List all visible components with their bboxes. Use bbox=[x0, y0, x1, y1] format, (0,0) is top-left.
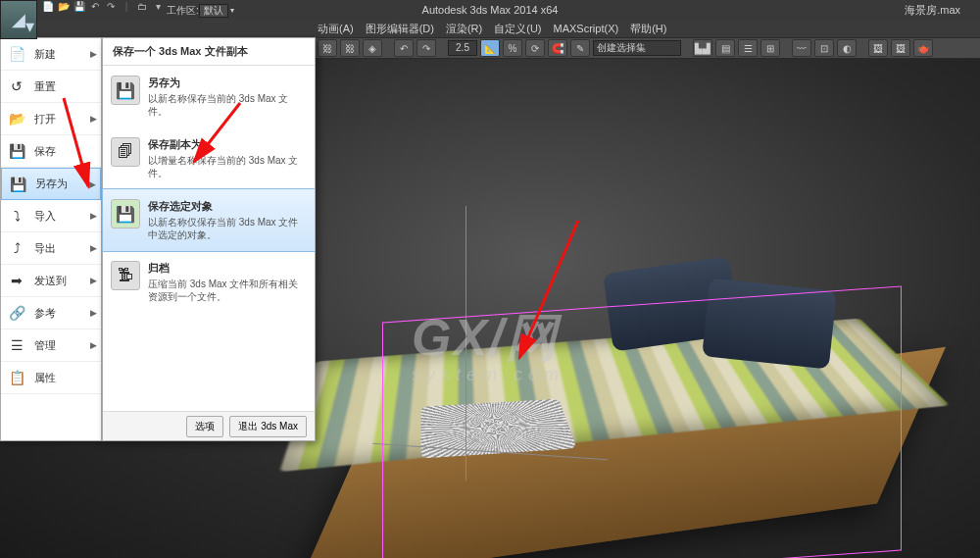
chevron-right-icon: ▶ bbox=[89, 179, 96, 189]
chevron-right-icon: ▶ bbox=[90, 114, 97, 124]
align-icon[interactable]: ▤ bbox=[715, 39, 735, 57]
save-as-icon: 💾 bbox=[111, 76, 140, 105]
qat-undo-icon[interactable]: ↶ bbox=[88, 0, 102, 14]
menu-item-label: 打开 bbox=[34, 112, 56, 127]
submenu-footer: 选项 退出 3ds Max bbox=[103, 411, 315, 440]
export-icon: ⤴ bbox=[7, 238, 26, 258]
submenu-save-selected[interactable]: 💾 保存选定对象 以新名称仅保存当前 3ds Max 文件中选定的对象。 bbox=[103, 189, 315, 251]
menu-item-label: 管理 bbox=[34, 338, 56, 353]
submenu-save-as[interactable]: 💾 另存为 以新名称保存当前的 3ds Max 文件。 bbox=[103, 66, 315, 127]
options-button[interactable]: 选项 bbox=[186, 416, 223, 437]
menu-save-as[interactable]: 💾另存为▶ bbox=[1, 168, 101, 200]
qat-new-icon[interactable]: 📄 bbox=[41, 0, 55, 14]
watermark: GX/网 system.com bbox=[412, 304, 564, 385]
percent-snap-icon[interactable]: % bbox=[503, 39, 522, 57]
menu-item-label: 重置 bbox=[34, 79, 56, 94]
properties-icon: 📋 bbox=[7, 368, 26, 387]
manage-icon: ☰ bbox=[7, 335, 26, 355]
submenu-item-desc: 以新名称仅保存当前 3ds Max 文件中选定的对象。 bbox=[148, 216, 307, 241]
chevron-right-icon: ▶ bbox=[90, 49, 97, 59]
app-logo-icon: ◢ bbox=[12, 9, 25, 30]
chevron-down-icon: ▾ bbox=[25, 16, 34, 37]
save-as-submenu: 保存一个 3ds Max 文件副本 💾 另存为 以新名称保存当前的 3ds Ma… bbox=[102, 37, 316, 441]
menu-send-to[interactable]: ➡发送到▶ bbox=[1, 265, 101, 297]
schematic-view-icon[interactable]: ⊡ bbox=[814, 39, 834, 57]
qat-project-icon[interactable]: 🗀 bbox=[135, 0, 149, 14]
mirror-icon[interactable]: ▙▟ bbox=[693, 39, 712, 57]
submenu-item-title: 保存选定对象 bbox=[148, 199, 307, 214]
submenu-item-title: 另存为 bbox=[148, 76, 307, 90]
angle-snap-icon[interactable]: 📐 bbox=[480, 39, 500, 57]
submenu-item-title: 保存副本为 bbox=[148, 137, 307, 152]
material-editor-icon[interactable]: ◐ bbox=[837, 39, 857, 57]
application-menu: 📄新建▶ ↺重置 📂打开▶ 💾保存 💾另存为▶ ⤵导入▶ ⤴导出▶ ➡发送到▶ … bbox=[0, 37, 102, 441]
menu-open[interactable]: 📂打开▶ bbox=[1, 103, 101, 135]
archive-icon: 🗜 bbox=[111, 261, 140, 290]
qat-redo-icon[interactable]: ↷ bbox=[104, 0, 118, 14]
chevron-right-icon: ▶ bbox=[90, 308, 97, 318]
workspace-selector[interactable]: 工作区: 默认 ▾ bbox=[167, 1, 234, 21]
menu-import[interactable]: ⤵导入▶ bbox=[1, 200, 101, 232]
open-folder-icon: 📂 bbox=[7, 109, 26, 128]
menu-item-label: 新建 bbox=[34, 47, 56, 62]
menu-item-label: 保存 bbox=[34, 144, 56, 159]
new-file-icon: 📄 bbox=[7, 44, 26, 64]
document-name: 海景房.max bbox=[905, 0, 960, 20]
rendered-frame-icon[interactable]: 🖼 bbox=[891, 39, 910, 57]
references-icon: 🔗 bbox=[7, 303, 26, 323]
save-copy-icon: 🗐 bbox=[111, 137, 140, 167]
menu-maxscript[interactable]: MAXScript(X) bbox=[552, 23, 621, 34]
menu-customize[interactable]: 自定义(U) bbox=[492, 22, 543, 36]
menu-animation[interactable]: 动画(A) bbox=[316, 22, 356, 36]
exit-button[interactable]: 退出 3ds Max bbox=[229, 416, 307, 437]
spinner-snap-icon[interactable]: ⟳ bbox=[525, 39, 545, 57]
qat-save-icon[interactable]: 💾 bbox=[73, 0, 86, 14]
magnet-icon[interactable]: 🧲 bbox=[548, 39, 567, 57]
submenu-item-desc: 以增量名称保存当前的 3ds Max 文件。 bbox=[148, 154, 307, 179]
menu-export[interactable]: ⤴导出▶ bbox=[1, 232, 101, 265]
select-link-icon[interactable]: ⛓ bbox=[318, 39, 337, 57]
menu-help[interactable]: 帮助(H) bbox=[628, 22, 668, 36]
menu-item-label: 导出 bbox=[34, 241, 56, 256]
graphite-icon[interactable]: ⊞ bbox=[760, 39, 780, 57]
redo-icon[interactable]: ↷ bbox=[416, 39, 436, 57]
submenu-save-copy-as[interactable]: 🗐 保存副本为 以增量名称保存当前的 3ds Max 文件。 bbox=[103, 127, 315, 189]
spinner-value[interactable]: 2.5 bbox=[448, 40, 477, 56]
layers-icon[interactable]: ☰ bbox=[738, 39, 758, 57]
render-icon[interactable]: 🫖 bbox=[913, 39, 933, 57]
menu-properties[interactable]: 📋属性 bbox=[1, 362, 101, 394]
workspace-value[interactable]: 默认 bbox=[199, 4, 228, 18]
send-to-icon: ➡ bbox=[7, 271, 26, 290]
chevron-down-icon[interactable]: ▾ bbox=[230, 1, 234, 21]
undo-icon[interactable]: ↶ bbox=[394, 39, 414, 57]
render-setup-icon[interactable]: 🖼 bbox=[868, 39, 888, 57]
qat-dropdown-icon[interactable]: ▾ bbox=[151, 0, 165, 14]
named-selection-dropdown[interactable]: 创建选择集 bbox=[593, 40, 681, 56]
application-menu-button[interactable]: ◢ ▾ bbox=[0, 0, 37, 39]
submenu-archive[interactable]: 🗜 归档 压缩当前 3ds Max 文件和所有相关资源到一个文件。 bbox=[103, 251, 315, 313]
menu-references[interactable]: 🔗参考▶ bbox=[1, 297, 101, 330]
submenu-item-desc: 压缩当前 3ds Max 文件和所有相关资源到一个文件。 bbox=[148, 278, 307, 303]
save-icon: 💾 bbox=[7, 141, 26, 161]
curve-editor-icon[interactable]: 〰 bbox=[792, 39, 811, 57]
menu-bar: 动画(A) 图形编辑器(D) 渲染(R) 自定义(U) MAXScript(X)… bbox=[314, 20, 980, 37]
menu-save[interactable]: 💾保存 bbox=[1, 135, 101, 168]
submenu-item-title: 归档 bbox=[148, 261, 307, 276]
unlink-icon[interactable]: ⛓ bbox=[340, 39, 360, 57]
menu-rendering[interactable]: 渲染(R) bbox=[444, 22, 484, 36]
menu-new[interactable]: 📄新建▶ bbox=[1, 38, 101, 71]
submenu-header: 保存一个 3ds Max 文件副本 bbox=[103, 38, 315, 66]
menu-reset[interactable]: ↺重置 bbox=[1, 71, 101, 103]
menu-graph-editors[interactable]: 图形编辑器(D) bbox=[364, 22, 436, 36]
menu-item-label: 参考 bbox=[34, 306, 56, 321]
menu-manage[interactable]: ☰管理▶ bbox=[1, 330, 101, 362]
title-bar: 📄 📂 💾 ↶ ↷ | 🗀 ▾ 工作区: 默认 ▾ Autodesk 3ds M… bbox=[0, 0, 980, 20]
app-title: Autodesk 3ds Max 2014 x64 bbox=[422, 0, 559, 20]
chevron-right-icon: ▶ bbox=[90, 211, 97, 221]
edit-named-sel-icon[interactable]: ✎ bbox=[570, 39, 590, 57]
submenu-item-desc: 以新名称保存当前的 3ds Max 文件。 bbox=[148, 92, 307, 118]
chevron-right-icon: ▶ bbox=[90, 243, 97, 253]
save-selected-icon: 💾 bbox=[111, 199, 140, 228]
bind-spacewarp-icon[interactable]: ◈ bbox=[363, 39, 382, 57]
qat-open-icon[interactable]: 📂 bbox=[57, 0, 71, 14]
